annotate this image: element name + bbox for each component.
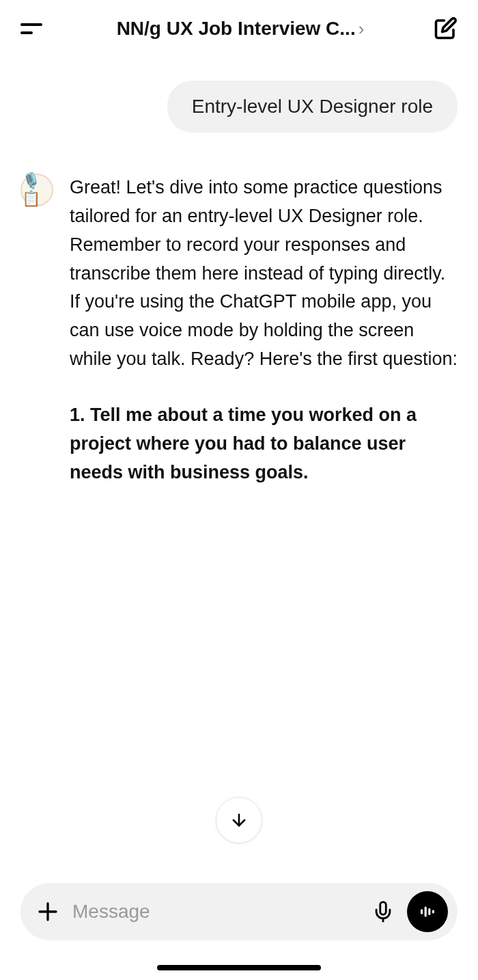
- svg-rect-7: [432, 910, 434, 914]
- home-indicator[interactable]: [157, 965, 321, 970]
- header: NN/g UX Job Interview C... ›: [0, 0, 478, 53]
- composer: [20, 883, 458, 940]
- microphone-icon: [371, 900, 395, 923]
- assistant-question: 1. Tell me about a time you worked on a …: [70, 401, 458, 487]
- voice-mode-button[interactable]: [407, 891, 448, 932]
- arrow-down-icon: [229, 811, 249, 830]
- message-input[interactable]: [72, 901, 359, 923]
- avatar-icon: 🎙️📋: [22, 172, 52, 208]
- menu-button[interactable]: [20, 23, 48, 34]
- assistant-message-row: 🎙️📋 Great! Let's dive into some practice…: [20, 174, 458, 487]
- assistant-message[interactable]: Great! Let's dive into some practice que…: [70, 174, 458, 487]
- dictate-button[interactable]: [371, 900, 395, 923]
- add-attachment-button[interactable]: [36, 899, 60, 924]
- conversation-title[interactable]: NN/g UX Job Interview C... ›: [117, 18, 365, 40]
- assistant-paragraph: Great! Let's dive into some practice que…: [70, 174, 458, 374]
- user-message-bubble[interactable]: Entry-level UX Designer role: [167, 81, 458, 133]
- user-message-row: Entry-level UX Designer role: [20, 81, 458, 133]
- audio-wave-icon: [417, 901, 438, 922]
- svg-rect-6: [428, 908, 430, 915]
- svg-rect-4: [421, 909, 423, 914]
- scroll-to-bottom-button[interactable]: [216, 797, 262, 843]
- compose-icon: [433, 16, 458, 41]
- new-chat-button[interactable]: [433, 16, 458, 41]
- chevron-right-icon: ›: [358, 18, 365, 40]
- svg-rect-5: [425, 907, 427, 917]
- plus-icon: [36, 899, 60, 924]
- assistant-avatar: 🎙️📋: [20, 174, 53, 206]
- title-text: NN/g UX Job Interview C...: [117, 18, 356, 40]
